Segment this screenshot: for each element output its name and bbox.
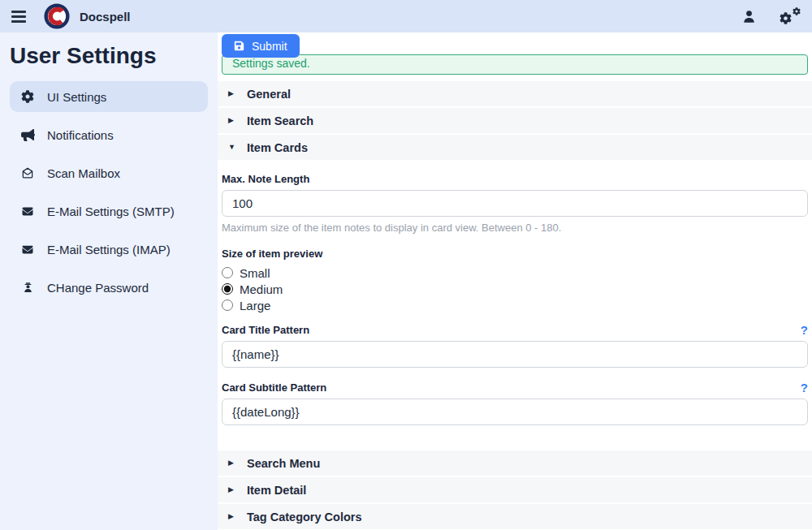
caret-right-icon: ▶ [228, 90, 236, 97]
section-label: Item Cards [247, 141, 308, 154]
card-title-pattern-group: Card Title Pattern ? [222, 324, 808, 368]
gears-icon[interactable] [780, 7, 801, 25]
settings-sidebar: User Settings UI Settings Notifications … [0, 32, 218, 530]
max-note-length-input[interactable] [222, 190, 808, 217]
user-icon[interactable] [741, 9, 757, 24]
submit-label: Submit [252, 40, 287, 53]
envelope-icon [20, 206, 35, 217]
card-subtitle-pattern-group: Card Subtitle Pattern ? [222, 381, 808, 425]
bullhorn-icon [20, 129, 35, 141]
preview-size-option-small[interactable]: Small [222, 265, 808, 281]
brand[interactable]: Docspell [44, 3, 131, 29]
sidebar-item-label: Scan Mailbox [47, 166, 120, 180]
help-icon[interactable]: ? [801, 381, 808, 394]
card-title-pattern-label: Card Title Pattern [222, 324, 309, 336]
radio-small[interactable] [222, 267, 233, 278]
item-cards-panel: Max. Note Length Maximum size of the ite… [218, 162, 812, 450]
sidebar-item-email-imap[interactable]: E-Mail Settings (IMAP) [10, 234, 208, 265]
caret-right-icon: ▶ [228, 486, 236, 493]
sidebar-item-label: CHange Password [47, 281, 149, 295]
user-secret-icon [20, 281, 35, 294]
card-subtitle-pattern-input[interactable] [222, 399, 808, 425]
settings-main: Submit Settings saved. ▶ General ▶ Item … [218, 32, 812, 530]
preview-size-label: Size of item preview [222, 248, 808, 260]
section-label: General [247, 88, 291, 101]
gear-icon [20, 90, 35, 103]
radio-label: Small [240, 266, 270, 280]
preview-size-option-medium[interactable]: Medium [222, 281, 808, 297]
section-label: Item Detail [247, 484, 306, 497]
max-note-length-group: Max. Note Length Maximum size of the ite… [222, 173, 808, 234]
envelope-open-icon [20, 166, 35, 179]
section-label: Item Search [247, 114, 313, 127]
alert-message: Settings saved. [232, 57, 310, 70]
sidebar-item-scan-mailbox[interactable]: Scan Mailbox [10, 157, 208, 188]
radio-label: Large [240, 299, 270, 312]
caret-right-icon: ▶ [228, 459, 236, 467]
save-icon [234, 41, 244, 51]
card-title-pattern-input[interactable] [222, 341, 808, 368]
section-header-item-search[interactable]: ▶ Item Search [218, 108, 812, 133]
top-navbar: Docspell [0, 0, 812, 32]
hamburger-menu-icon[interactable] [11, 11, 26, 23]
card-subtitle-pattern-label: Card Subtitle Pattern [222, 381, 326, 394]
sidebar-item-notifications[interactable]: Notifications [10, 119, 208, 150]
sidebar-item-label: E-Mail Settings (SMTP) [47, 205, 175, 218]
success-alert: Settings saved. [222, 54, 808, 75]
sidebar-item-label: UI Settings [47, 90, 106, 104]
section-header-item-cards[interactable]: ▼ Item Cards [218, 135, 812, 160]
section-header-search-menu[interactable]: ▶ Search Menu [218, 450, 812, 476]
caret-right-icon: ▶ [228, 513, 236, 520]
sidebar-item-ui-settings[interactable]: UI Settings [10, 81, 208, 112]
page-title: User Settings [10, 43, 218, 69]
app-title: Docspell [80, 10, 131, 24]
max-note-length-help: Maximum size of the item notes to displa… [222, 222, 808, 234]
radio-label: Medium [240, 282, 283, 296]
section-label: Search Menu [247, 457, 320, 470]
max-note-length-label: Max. Note Length [222, 173, 808, 185]
section-header-tag-category-colors[interactable]: ▶ Tag Category Colors [218, 504, 812, 529]
section-header-general[interactable]: ▶ General [218, 81, 812, 106]
caret-right-icon: ▶ [228, 117, 236, 124]
sidebar-item-label: E-Mail Settings (IMAP) [47, 243, 171, 256]
sidebar-item-email-smtp[interactable]: E-Mail Settings (SMTP) [10, 196, 208, 226]
sidebar-item-change-password[interactable]: CHange Password [10, 272, 208, 303]
help-icon[interactable]: ? [801, 324, 808, 336]
sidebar-item-label: Notifications [47, 128, 114, 142]
docspell-logo-icon [44, 3, 70, 29]
caret-down-icon: ▼ [228, 144, 236, 151]
preview-size-group: Size of item preview Small Medium Large [222, 248, 808, 313]
submit-button[interactable]: Submit [222, 34, 300, 58]
radio-medium[interactable] [222, 283, 233, 295]
preview-size-option-large[interactable]: Large [222, 297, 808, 313]
settings-accordion: ▶ General ▶ Item Search ▼ Item Cards Max… [218, 81, 812, 530]
radio-large[interactable] [222, 299, 233, 311]
envelope-icon [20, 244, 35, 255]
section-label: Tag Category Colors [247, 511, 362, 524]
section-header-item-detail[interactable]: ▶ Item Detail [218, 477, 812, 502]
